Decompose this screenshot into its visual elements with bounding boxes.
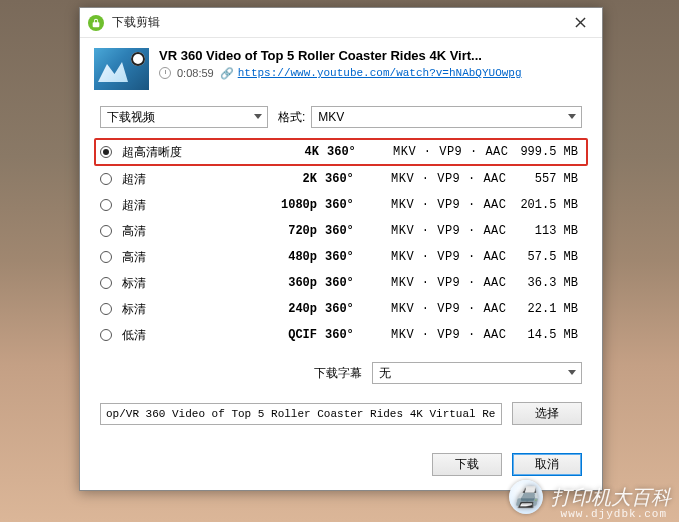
video-thumbnail (94, 48, 149, 90)
download-button[interactable]: 下载 (432, 453, 502, 476)
path-row: 选择 (80, 398, 602, 425)
download-dialog: 下载剪辑 VR 360 Video of Top 5 Roller Coaste… (79, 7, 603, 491)
quality-option[interactable]: 超高清晰度4K360°MKV · VP9 · AAC999.5 MB (94, 138, 588, 166)
chevron-down-icon (254, 114, 262, 119)
video-header: VR 360 Video of Top 5 Roller Coaster Rid… (80, 38, 602, 98)
quality-codec: MKV · VP9 · AAC (367, 302, 509, 316)
quality-codec: MKV · VP9 · AAC (367, 172, 509, 186)
options-row: 下载视频 格式: MKV (80, 98, 602, 138)
quality-degrees: 360° (319, 145, 369, 159)
window-title: 下载剪辑 (112, 14, 566, 31)
quality-codec: MKV · VP9 · AAC (367, 250, 509, 264)
titlebar: 下载剪辑 (80, 8, 602, 38)
quality-resolution: 2K (267, 172, 317, 186)
save-path-input[interactable] (100, 403, 502, 425)
quality-size: 57.5 MB (509, 250, 582, 264)
quality-resolution: 1080p (267, 198, 317, 212)
close-icon (575, 17, 586, 28)
radio-icon (100, 173, 112, 185)
chevron-down-icon (568, 370, 576, 375)
quality-option[interactable]: 超清2K360°MKV · VP9 · AAC557 MB (100, 166, 582, 192)
close-button[interactable] (566, 12, 594, 34)
subtitle-value: 无 (379, 365, 391, 382)
quality-option[interactable]: 标清360p360°MKV · VP9 · AAC36.3 MB (100, 270, 582, 296)
watermark-text: 打印机大百科 (551, 484, 671, 511)
app-icon (88, 15, 104, 31)
format-value: MKV (318, 110, 344, 124)
quality-option[interactable]: 高清720p360°MKV · VP9 · AAC113 MB (100, 218, 582, 244)
quality-option[interactable]: 高清480p360°MKV · VP9 · AAC57.5 MB (100, 244, 582, 270)
quality-resolution: 360p (267, 276, 317, 290)
subtitle-select[interactable]: 无 (372, 362, 582, 384)
quality-degrees: 360° (317, 302, 367, 316)
browse-button[interactable]: 选择 (512, 402, 582, 425)
quality-degrees: 360° (317, 172, 367, 186)
video-url-link[interactable]: https://www.youtube.com/watch?v=hNAbQYUO… (238, 67, 522, 79)
quality-size: 113 MB (509, 224, 582, 238)
radio-icon (100, 146, 112, 158)
quality-name: 超清 (122, 171, 267, 188)
quality-name: 标清 (122, 275, 267, 292)
quality-resolution: 4K (269, 145, 319, 159)
radio-icon (100, 199, 112, 211)
download-mode-value: 下载视频 (107, 109, 155, 126)
radio-icon (100, 277, 112, 289)
quality-codec: MKV · VP9 · AAC (369, 145, 511, 159)
quality-size: 14.5 MB (509, 328, 582, 342)
watermark-url: www.djydbk.com (561, 508, 667, 520)
quality-degrees: 360° (317, 276, 367, 290)
quality-option[interactable]: 低清QCIF360°MKV · VP9 · AAC14.5 MB (100, 322, 582, 348)
quality-resolution: 240p (267, 302, 317, 316)
quality-name: 超高清晰度 (122, 144, 269, 161)
quality-name: 高清 (122, 249, 267, 266)
quality-degrees: 360° (317, 250, 367, 264)
radio-icon (100, 251, 112, 263)
format-select[interactable]: MKV (311, 106, 582, 128)
quality-degrees: 360° (317, 224, 367, 238)
format-label: 格式: (278, 109, 305, 126)
chevron-down-icon (568, 114, 576, 119)
watermark-icon: 🖨️ (509, 480, 543, 514)
quality-size: 36.3 MB (509, 276, 582, 290)
quality-codec: MKV · VP9 · AAC (367, 198, 509, 212)
quality-resolution: 480p (267, 250, 317, 264)
quality-codec: MKV · VP9 · AAC (367, 224, 509, 238)
quality-option[interactable]: 超清1080p360°MKV · VP9 · AAC201.5 MB (100, 192, 582, 218)
quality-size: 201.5 MB (509, 198, 582, 212)
video-title: VR 360 Video of Top 5 Roller Coaster Rid… (159, 48, 588, 63)
quality-name: 高清 (122, 223, 267, 240)
link-icon: 🔗 (220, 67, 232, 79)
quality-degrees: 360° (317, 198, 367, 212)
quality-name: 超清 (122, 197, 267, 214)
quality-codec: MKV · VP9 · AAC (367, 328, 509, 342)
quality-size: 557 MB (509, 172, 582, 186)
video-duration: 0:08:59 (177, 67, 214, 79)
radio-icon (100, 225, 112, 237)
quality-degrees: 360° (317, 328, 367, 342)
radio-icon (100, 303, 112, 315)
quality-resolution: 720p (267, 224, 317, 238)
quality-size: 22.1 MB (509, 302, 582, 316)
subtitle-row: 下载字幕 无 (80, 348, 602, 398)
radio-icon (100, 329, 112, 341)
quality-name: 标清 (122, 301, 267, 318)
quality-name: 低清 (122, 327, 267, 344)
quality-codec: MKV · VP9 · AAC (367, 276, 509, 290)
download-mode-select[interactable]: 下载视频 (100, 106, 268, 128)
quality-size: 999.5 MB (511, 145, 582, 159)
video-meta: 0:08:59 🔗 https://www.youtube.com/watch?… (159, 67, 588, 79)
subtitle-label: 下载字幕 (314, 365, 362, 382)
clock-icon (159, 67, 171, 79)
quality-list: 超高清晰度4K360°MKV · VP9 · AAC999.5 MB超清2K36… (80, 138, 602, 348)
video-info: VR 360 Video of Top 5 Roller Coaster Rid… (159, 48, 588, 90)
quality-resolution: QCIF (267, 328, 317, 342)
cancel-button[interactable]: 取消 (512, 453, 582, 476)
quality-option[interactable]: 标清240p360°MKV · VP9 · AAC22.1 MB (100, 296, 582, 322)
